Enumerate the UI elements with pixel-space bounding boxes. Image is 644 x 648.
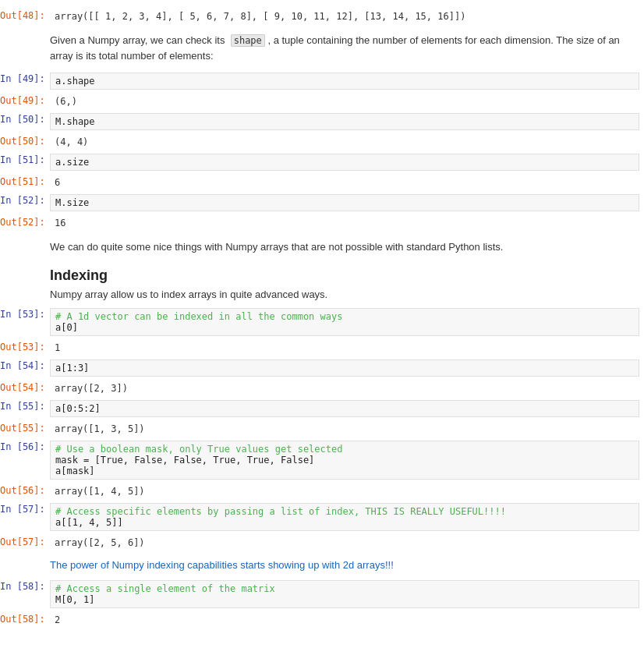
output-out57: array([2, 5, 6]) [50,536,639,550]
label-in53: In [53]: [0,306,45,320]
text-block-2: We can do quite some nice things with Nu… [0,233,644,261]
power-text: The power of Numpy indexing capabilities… [0,553,644,577]
output-out49: (6,) [50,94,639,108]
label-out58: Out[58]: [0,611,45,625]
label-out54: Out[54]: [0,380,45,393]
code-56b: a[mask] [55,466,95,476]
cell-in49: In [49]: a.shape [0,71,644,91]
cell-out55: Out[55]: array([1, 3, 5]) [0,420,644,437]
output-out53: 1 [50,341,639,355]
label-in52: In [52]: [0,193,45,206]
cell-out48: Out[48]: array([[ 1, 2, 3, 4], [ 5, 6, 7… [0,8,644,25]
cell-out50: Out[50]: (4, 4) [0,133,644,150]
input-in52[interactable]: M.size [50,194,639,211]
cell-in50: In [50]: M.shape [0,112,644,132]
cell-in58: In [58]: # Access a single element of th… [0,579,644,610]
input-in50[interactable]: M.shape [50,113,639,130]
input-in51[interactable]: a.size [50,154,639,171]
cell-in52: In [52]: M.size [0,193,644,213]
cell-out52: Out[52]: 16 [0,214,644,232]
label-out51: Out[51]: [0,174,45,187]
label-in58: In [58]: [0,579,45,592]
input-in55[interactable]: a[0:5:2] [50,400,639,417]
output-out55: array([1, 3, 5]) [50,422,639,436]
code-56a: mask = [True, False, False, True, True, … [55,455,314,466]
cell-out54: Out[54]: array([2, 3]) [0,380,644,397]
cell-out49: Out[49]: (6,) [0,93,644,110]
input-in54[interactable]: a[1:3] [50,359,639,377]
cell-in57: In [57]: # Access specific elements by p… [0,501,644,533]
comment-56: # Use a boolean mask, only True values g… [55,444,342,455]
label-out57: Out[57]: [0,534,45,547]
cell-out56: Out[56]: array([1, 4, 5]) [0,483,644,500]
code-57: a[[1, 4, 5]] [55,517,123,528]
cell-in56: In [56]: # Use a boolean mask, only True… [0,439,644,481]
input-in49[interactable]: a.shape [50,73,639,90]
cell-out51: Out[51]: 6 [0,174,644,191]
label-in57: In [57]: [0,501,45,515]
input-in57[interactable]: # Access specific elements by passing a … [50,503,639,531]
code-53: a[0] [55,322,78,333]
text-block-1: Given a Numpy array, we can check its sh… [0,27,644,69]
cell-in53: In [53]: # A 1d vector can be indexed in… [0,306,644,338]
label-out52: Out[52]: [0,214,45,228]
label-out53: Out[53]: [0,339,45,352]
cell-out57: Out[57]: array([2, 5, 6]) [0,534,644,551]
label-in50: In [50]: [0,112,45,125]
comment-53: # A 1d vector can be indexed in all the … [55,311,342,322]
label-out49: Out[49]: [0,93,45,106]
input-in53[interactable]: # A 1d vector can be indexed in all the … [50,308,639,336]
label-in56: In [56]: [0,439,45,452]
label-out55: Out[55]: [0,420,45,434]
cell-out53: Out[53]: 1 [0,339,644,356]
output-out51: 6 [50,175,639,189]
output-out50: (4, 4) [50,135,639,149]
output-out58: 2 [50,613,639,627]
cell-in55: In [55]: a[0:5:2] [0,398,644,419]
output-out48: array([[ 1, 2, 3, 4], [ 5, 6, 7, 8], [ 9… [50,9,639,23]
input-in58[interactable]: # Access a single element of the matrix … [50,580,639,608]
input-in56[interactable]: # Use a boolean mask, only True values g… [50,441,639,480]
label-in55: In [55]: [0,398,45,412]
cell-out58: Out[58]: 2 [0,611,644,629]
cell-in54: In [54]: a[1:3] [0,358,644,378]
shape-highlight: shape [231,34,265,47]
label-out48: Out[48]: [0,8,45,21]
comment-58: # Access a single element of the matrix [55,583,275,594]
section-heading-indexing: Indexing [0,261,644,287]
code-58: M[0, 1] [55,594,95,605]
comment-57: # Access specific elements by passing a … [55,506,506,517]
label-in49: In [49]: [0,71,45,84]
label-in54: In [54]: [0,358,45,371]
cell-in51: In [51]: a.size [0,152,644,172]
notebook-container: Out[48]: array([[ 1, 2, 3, 4], [ 5, 6, 7… [0,0,644,636]
output-out52: 16 [50,216,639,230]
section-subtext-indexing: Numpy array allow us to index arrays in … [0,287,644,305]
output-out54: array([2, 3]) [50,381,639,395]
label-in51: In [51]: [0,152,45,165]
label-out56: Out[56]: [0,483,45,496]
label-out50: Out[50]: [0,133,45,147]
output-out56: array([1, 4, 5]) [50,484,639,498]
